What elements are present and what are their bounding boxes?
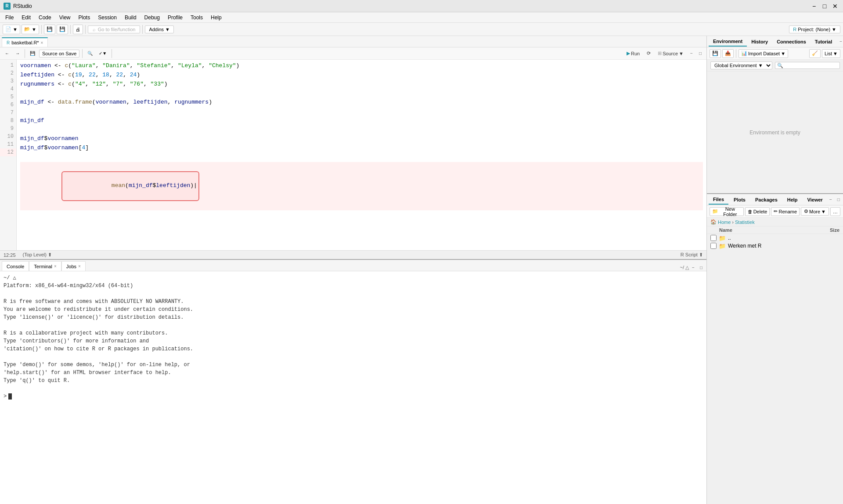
menu-item-plots[interactable]: Plots xyxy=(75,14,94,22)
menu-item-code[interactable]: Code xyxy=(35,14,55,22)
file-checkbox-parent[interactable] xyxy=(710,235,717,241)
files-tab-help[interactable]: Help xyxy=(783,195,802,205)
editor-minimize-button[interactable]: − xyxy=(688,50,695,57)
title-bar: R RStudio − □ ✕ xyxy=(0,0,843,12)
menu-item-view[interactable]: View xyxy=(56,14,74,22)
line-num-2: 2 xyxy=(0,69,16,77)
open-file-button[interactable]: 📂 ▼ xyxy=(22,25,39,34)
breadcrumb-statistiek[interactable]: Statistiek xyxy=(735,220,755,225)
minimize-button[interactable]: − xyxy=(810,2,818,11)
menu-item-build[interactable]: Build xyxy=(121,14,140,22)
menu-item-edit[interactable]: Edit xyxy=(18,14,34,22)
editor-save-button[interactable]: 💾 xyxy=(28,49,37,58)
import-arrow: ▼ xyxy=(781,51,785,56)
line-num-5: 5 xyxy=(0,93,16,101)
line-num-7: 7 xyxy=(0,109,16,117)
more-button[interactable]: ⚙ More ▼ xyxy=(801,207,829,216)
env-tab-connections[interactable]: Connections xyxy=(772,37,811,47)
files-pane: Files Plots Packages Help Viewer xyxy=(707,194,843,504)
save-env-button[interactable]: 💾 xyxy=(710,49,721,58)
app-title: R RStudio xyxy=(4,3,32,10)
editor-back-button[interactable]: ← xyxy=(3,49,11,58)
file-checkbox-werken[interactable] xyxy=(710,243,717,249)
menu-item-debug[interactable]: Debug xyxy=(141,14,163,22)
files-maximize-button[interactable]: □ xyxy=(835,196,842,203)
save-all-button[interactable]: 💾 xyxy=(57,25,68,34)
import-dataset-button[interactable]: 📊 Import Dataset ▼ xyxy=(739,49,788,58)
maximize-button[interactable]: □ xyxy=(820,2,829,11)
env-tab-history[interactable]: History xyxy=(747,37,772,47)
console-line-8: R is a collaborative project with many c… xyxy=(4,329,703,337)
go-to-file-button[interactable]: ⌕ Go to file/function xyxy=(88,25,140,33)
list-view-button[interactable]: List ▼ xyxy=(822,49,840,58)
console-tab-jobs[interactable]: Jobs × xyxy=(61,261,86,271)
editor-tab-close-icon[interactable]: × xyxy=(41,40,43,45)
files-tab-plots[interactable]: Plots xyxy=(729,195,750,205)
files-tab-viewer[interactable]: Viewer xyxy=(803,195,827,205)
menu-item-file[interactable]: File xyxy=(2,14,17,22)
console-tab-terminal[interactable]: Terminal × xyxy=(29,261,61,271)
files-minimize-button[interactable]: − xyxy=(827,196,834,203)
breadcrumb-home[interactable]: Home xyxy=(718,220,731,225)
clear-icon: 🧹 xyxy=(812,50,818,56)
new-file-button[interactable]: 📄 ▼ xyxy=(3,25,20,34)
console-output: ~/ △ Platform: x86_64-w64-mingw32/x64 (6… xyxy=(0,271,706,504)
env-tab-environment[interactable]: Environment xyxy=(709,37,747,47)
env-minimize-button[interactable]: − xyxy=(837,38,843,45)
clear-env-button[interactable]: 🧹 xyxy=(809,49,821,58)
env-tab-tutorial[interactable]: Tutorial xyxy=(811,37,837,47)
editor-forward-button[interactable]: → xyxy=(13,49,22,58)
name-header: Name xyxy=(719,227,804,233)
delete-button[interactable]: 🗑 Delete xyxy=(745,207,770,216)
rename-button[interactable]: ✏ Rename xyxy=(771,207,800,216)
search-icon: ⌕ xyxy=(93,27,96,32)
menu-item-profile[interactable]: Profile xyxy=(164,14,186,22)
plots-tab-label: Plots xyxy=(734,197,746,202)
close-button[interactable]: ✕ xyxy=(831,2,839,11)
console-tab-console[interactable]: Console xyxy=(2,261,29,271)
jobs-close-icon[interactable]: × xyxy=(78,264,81,269)
rerun-button[interactable]: ⟳ xyxy=(644,50,653,57)
code-content[interactable]: voornamen <- c("Laura", "Danira", "Stefa… xyxy=(17,60,706,250)
save-button[interactable]: 💾 xyxy=(44,25,55,34)
editor-maximize-button[interactable]: □ xyxy=(697,50,704,57)
source-on-save-button[interactable]: Source on Save xyxy=(39,50,79,58)
code-area[interactable]: 1 2 3 4 5 6 7 8 9 10 11 12 voornamen <- … xyxy=(0,60,706,250)
addins-arrow-icon: ▼ xyxy=(165,27,170,32)
rename-label: Rename xyxy=(778,209,797,214)
env-search-input[interactable] xyxy=(775,62,840,69)
menu-item-tools[interactable]: Tools xyxy=(187,14,206,22)
addins-button[interactable]: Addins ▼ xyxy=(145,25,174,33)
console-input-area[interactable]: > xyxy=(4,392,703,400)
menu-item-help[interactable]: Help xyxy=(207,14,225,22)
new-folder-button[interactable]: 📁 New Folder xyxy=(710,207,744,216)
list-item[interactable]: 📁 .. xyxy=(707,234,843,242)
print-button[interactable]: 🖨 xyxy=(73,25,83,34)
line-num-6: 6 xyxy=(0,101,16,109)
rename-icon: ✏ xyxy=(774,209,778,214)
new-file-arrow: ▼ xyxy=(13,27,18,32)
menu-item-session[interactable]: Session xyxy=(94,14,120,22)
global-env-selector[interactable]: Global Environment ▼ xyxy=(710,61,772,69)
editor-spell-button[interactable]: ✓ ▼ xyxy=(97,49,109,58)
env-tab-label: Environment xyxy=(713,39,742,44)
terminal-close-icon[interactable]: × xyxy=(54,264,57,269)
list-item[interactable]: 📁 Werken met R xyxy=(707,242,843,250)
console-tab-label: Console xyxy=(7,264,24,269)
console-maximize-button[interactable]: □ xyxy=(698,264,705,271)
console-minimize-button[interactable]: − xyxy=(690,264,697,271)
load-env-button[interactable]: 📥 xyxy=(722,49,734,58)
files-tab-packages[interactable]: Packages xyxy=(751,195,782,205)
files-tab-files[interactable]: Files xyxy=(709,195,728,205)
console-cursor xyxy=(8,393,12,400)
editor-tab-basketbal[interactable]: R basketbal.R* × xyxy=(2,37,48,47)
gear-icon: ⚙ xyxy=(804,209,808,214)
project-button[interactable]: R Project: (None) ▼ xyxy=(789,25,840,33)
run-button[interactable]: ▶ Run xyxy=(624,50,642,57)
editor-search-button[interactable]: 🔍 xyxy=(85,49,95,58)
source-icon: ⊞ xyxy=(658,50,662,56)
help-tab-label: Help xyxy=(787,197,798,202)
editor-right-toolbar: ▶ Run ⟳ ⊞ Source ▼ − □ xyxy=(624,50,704,57)
source-button[interactable]: ⊞ Source ▼ xyxy=(655,50,686,57)
files-ellipsis-button[interactable]: … xyxy=(830,207,840,216)
